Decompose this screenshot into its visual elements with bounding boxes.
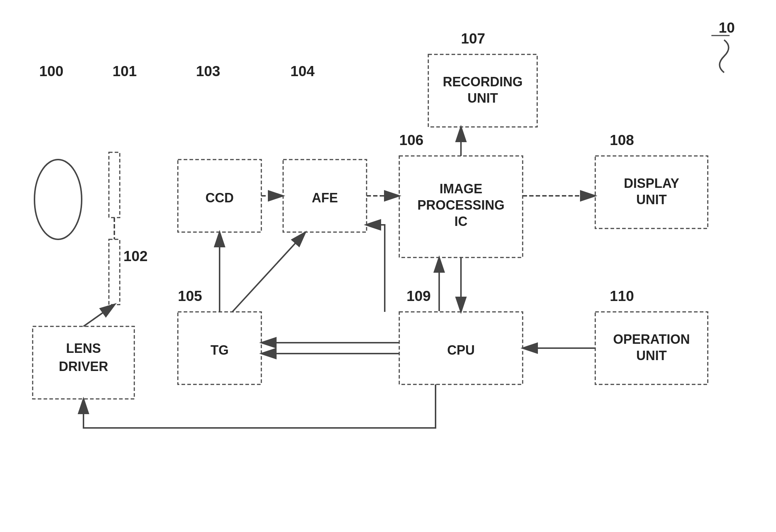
ref-107: 107 xyxy=(461,30,485,46)
ref-108: 108 xyxy=(610,132,634,148)
ref-102: 102 xyxy=(123,248,148,264)
recording-label2: UNIT xyxy=(467,91,498,106)
recording-label1: RECORDING xyxy=(443,74,523,89)
ref-110: 110 xyxy=(610,288,634,304)
cpu-label: CPU xyxy=(447,343,475,358)
ccd-label: CCD xyxy=(205,190,234,205)
display-label2: UNIT xyxy=(636,192,667,207)
ref-103: 103 xyxy=(196,63,220,79)
diagram-container: 10 100 101 102 LENS DRIVER 103 CCD 105 T… xyxy=(0,0,776,532)
operation-label1: OPERATION xyxy=(613,332,690,347)
tg-label: TG xyxy=(211,343,229,358)
ref-105: 105 xyxy=(178,288,202,304)
afe-label: AFE xyxy=(312,190,338,205)
lens-driver-label-line1: LENS xyxy=(66,341,101,356)
ref-100: 100 xyxy=(39,63,64,79)
system-ref-label: 10 xyxy=(719,20,735,36)
image-proc-label3: IC xyxy=(454,214,467,229)
image-proc-label2: PROCESSING xyxy=(417,198,505,213)
lens-driver-label-line2: DRIVER xyxy=(59,359,108,374)
ref-101: 101 xyxy=(113,63,137,79)
ref-104: 104 xyxy=(290,63,315,79)
image-proc-label1: IMAGE xyxy=(440,181,482,196)
operation-label2: UNIT xyxy=(636,348,667,363)
ref-109: 109 xyxy=(407,288,431,304)
ref-106: 106 xyxy=(399,132,424,148)
svg-rect-2 xyxy=(0,0,776,532)
display-label1: DISPLAY xyxy=(624,176,679,191)
